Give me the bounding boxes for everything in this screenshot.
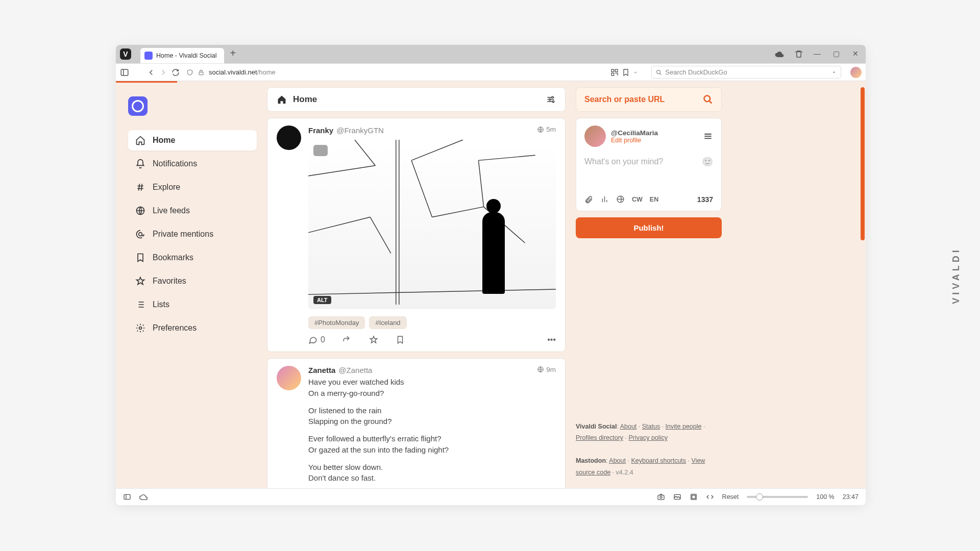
search-engine-box[interactable]: Search DuckDuckGo xyxy=(651,66,841,79)
cloud-icon[interactable] xyxy=(775,49,784,59)
post-time[interactable]: 5m xyxy=(546,126,556,133)
bookmark-button[interactable] xyxy=(396,335,405,344)
column-header: Home xyxy=(267,87,566,112)
panel-toggle-icon[interactable] xyxy=(120,68,129,77)
about-link[interactable]: About xyxy=(609,457,626,464)
alt-badge[interactable]: ALT xyxy=(313,296,331,304)
nav-item-lists[interactable]: Lists xyxy=(128,294,257,315)
avatar[interactable] xyxy=(277,126,301,150)
nav-item-home[interactable]: Home xyxy=(128,130,257,151)
post-handle[interactable]: @FrankyGTN xyxy=(336,126,384,135)
svg-point-8 xyxy=(552,96,553,98)
nav-item-explore[interactable]: Explore xyxy=(128,177,257,197)
profile-handle[interactable]: @CeciliaMaria xyxy=(611,129,698,137)
hamburger-icon[interactable] xyxy=(703,131,713,141)
post: Zanetta @Zanetta 9m Have you ever watche… xyxy=(267,358,566,489)
post-author[interactable]: Zanetta xyxy=(308,366,335,374)
more-button[interactable]: ••• xyxy=(547,335,556,344)
window-close-button[interactable]: ✕ xyxy=(852,49,862,59)
visibility-globe-icon[interactable] xyxy=(616,195,625,204)
bell-icon xyxy=(135,159,145,169)
nav-label: Lists xyxy=(153,300,169,309)
chevron-down-icon[interactable] xyxy=(831,70,837,75)
favorite-button[interactable] xyxy=(369,335,378,344)
bookmark-icon[interactable] xyxy=(622,68,630,77)
window-maximize-button[interactable]: ▢ xyxy=(833,49,842,59)
nav-label: Home xyxy=(153,136,175,145)
reply-button[interactable]: 0 xyxy=(308,335,325,344)
url-input[interactable]: social.vivaldi.net/home xyxy=(183,68,607,76)
window-minimize-button[interactable]: — xyxy=(814,49,823,59)
attach-icon[interactable] xyxy=(584,195,593,204)
version-label: v4.2.4 xyxy=(616,469,633,476)
tile-icon[interactable] xyxy=(690,493,698,501)
bookmark-icon xyxy=(135,253,145,263)
poll-icon[interactable] xyxy=(600,195,609,204)
svg-point-30 xyxy=(660,496,662,498)
profiles-link[interactable]: Profiles directory xyxy=(576,434,623,441)
post-media[interactable]: ALT xyxy=(308,140,556,309)
url-path: /home xyxy=(257,68,276,76)
trash-icon[interactable] xyxy=(794,49,803,59)
emoji-picker-icon[interactable]: 🙂 xyxy=(702,156,713,167)
shortcuts-link[interactable]: Keyboard shortcuts xyxy=(631,457,686,464)
capture-icon[interactable] xyxy=(657,493,665,501)
privacy-link[interactable]: Privacy policy xyxy=(629,434,668,441)
boost-button[interactable] xyxy=(342,335,352,344)
profile-avatar-browser[interactable] xyxy=(850,67,862,78)
nav-item-preferences[interactable]: Preferences xyxy=(128,318,257,338)
image-icon[interactable] xyxy=(673,493,681,501)
avatar[interactable] xyxy=(277,366,301,390)
qr-icon[interactable] xyxy=(610,68,619,77)
nav-item-notifications[interactable]: Notifications xyxy=(128,154,257,174)
content-warning-toggle[interactable]: CW xyxy=(632,196,643,203)
svg-line-24 xyxy=(308,289,556,294)
svg-rect-4 xyxy=(611,73,614,76)
reset-zoom-button[interactable]: Reset xyxy=(722,493,739,500)
url-host: social.vivaldi.net xyxy=(209,68,257,76)
invite-link[interactable]: Invite people xyxy=(666,423,702,430)
loading-indicator xyxy=(116,81,177,83)
nav-back-button[interactable] xyxy=(146,68,156,77)
footer-links: Vivaldi Social: About · Status · Invite … xyxy=(576,421,722,489)
nav-item-live-feeds[interactable]: Live feeds xyxy=(128,201,257,221)
post-author[interactable]: Franky xyxy=(308,126,333,135)
post-handle[interactable]: @Zanetta xyxy=(338,366,372,374)
sync-cloud-icon[interactable] xyxy=(139,493,148,501)
app-logo-icon[interactable] xyxy=(128,96,148,116)
about-link[interactable]: About xyxy=(620,423,637,430)
nav-label: Explore xyxy=(153,183,180,192)
new-tab-button[interactable]: + xyxy=(230,50,238,58)
browser-tab[interactable]: Home - Vivaldi Social xyxy=(140,48,224,63)
chevron-down-icon[interactable] xyxy=(633,70,638,75)
publish-button[interactable]: Publish! xyxy=(576,217,722,238)
search-bar[interactable]: Search or paste URL xyxy=(576,87,722,112)
settings-sliders-icon[interactable] xyxy=(546,94,556,105)
status-link[interactable]: Status xyxy=(642,423,660,430)
scrollbar[interactable] xyxy=(861,87,865,240)
nav-item-bookmarks[interactable]: Bookmarks xyxy=(128,247,257,268)
reload-button[interactable] xyxy=(171,68,180,77)
browser-window: V Home - Vivaldi Social + — ▢ ✕ social.v… xyxy=(116,45,866,505)
panel-left-icon[interactable] xyxy=(123,493,131,501)
svg-rect-29 xyxy=(658,495,664,500)
svg-line-17 xyxy=(370,217,390,253)
svg-line-23 xyxy=(478,155,535,160)
post-time[interactable]: 9m xyxy=(546,366,556,373)
avatar[interactable] xyxy=(584,126,606,147)
nav-forward-button[interactable] xyxy=(159,68,168,77)
edit-profile-link[interactable]: Edit profile xyxy=(611,137,698,144)
post-text: Have you ever watched kidsOn a merry-go-… xyxy=(308,377,556,488)
compose-textarea[interactable]: What's on your mind? 🙂 xyxy=(584,156,713,167)
search-placeholder: Search DuckDuckGo xyxy=(665,68,727,76)
code-icon[interactable] xyxy=(706,493,714,501)
nav-item-private-mentions[interactable]: Private mentions xyxy=(128,224,257,244)
nav-item-favorites[interactable]: Favorites xyxy=(128,271,257,291)
hide-media-icon[interactable] xyxy=(313,145,328,156)
home-icon xyxy=(135,135,145,145)
language-toggle[interactable]: EN xyxy=(650,196,658,203)
zoom-slider[interactable] xyxy=(747,496,808,498)
hashtag[interactable]: #Iceland xyxy=(369,316,406,329)
globe-icon xyxy=(537,126,544,133)
hashtag[interactable]: #PhotoMonday xyxy=(308,316,365,329)
